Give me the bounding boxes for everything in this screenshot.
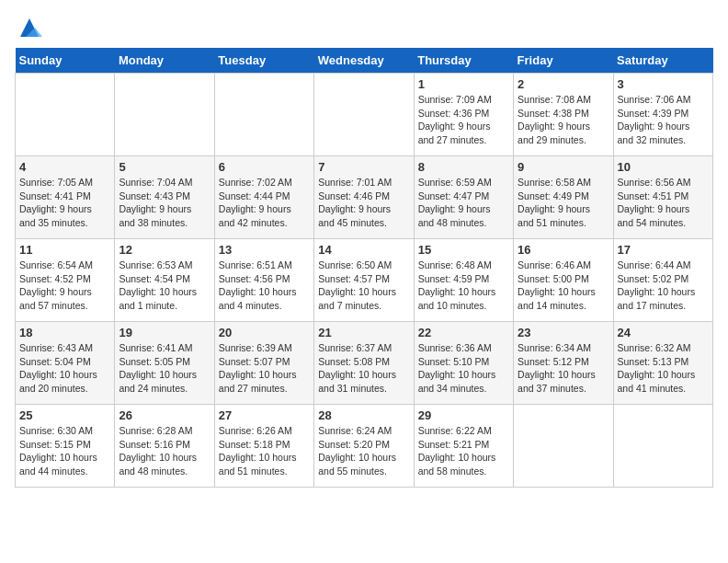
calendar-cell: 25Sunrise: 6:30 AMSunset: 5:15 PMDayligh… [16, 405, 115, 488]
calendar-cell: 19Sunrise: 6:41 AMSunset: 5:05 PMDayligh… [115, 322, 214, 405]
calendar-cell: 23Sunrise: 6:34 AMSunset: 5:12 PMDayligh… [514, 322, 613, 405]
day-number: 13 [219, 243, 310, 257]
day-number: 11 [19, 243, 110, 257]
day-number: 27 [219, 408, 310, 422]
day-number: 9 [518, 160, 609, 174]
day-number: 20 [219, 326, 310, 339]
day-number: 7 [318, 160, 409, 174]
day-info: Sunrise: 6:34 AMSunset: 5:12 PMDaylight:… [518, 341, 609, 396]
day-number: 28 [318, 408, 409, 422]
day-info: Sunrise: 6:43 AMSunset: 5:04 PMDaylight:… [19, 341, 110, 396]
calendar-week-row: 1Sunrise: 7:09 AMSunset: 4:36 PMDaylight… [16, 74, 713, 156]
day-info: Sunrise: 6:53 AMSunset: 4:54 PMDaylight:… [119, 259, 210, 313]
day-info: Sunrise: 6:28 AMSunset: 5:16 PMDaylight:… [119, 424, 210, 478]
calendar-header: SundayMondayTuesdayWednesdayThursdayFrid… [16, 48, 713, 74]
day-info: Sunrise: 7:02 AMSunset: 4:44 PMDaylight:… [219, 176, 310, 230]
day-number: 16 [518, 243, 609, 257]
day-info: Sunrise: 7:08 AMSunset: 4:38 PMDaylight:… [518, 93, 609, 147]
day-number: 18 [19, 326, 110, 339]
day-info: Sunrise: 6:44 AMSunset: 5:02 PMDaylight:… [618, 259, 709, 313]
calendar-cell: 27Sunrise: 6:26 AMSunset: 5:18 PMDayligh… [214, 405, 313, 488]
day-info: Sunrise: 6:56 AMSunset: 4:51 PMDaylight:… [618, 176, 709, 230]
calendar-cell [214, 74, 313, 156]
calendar-cell: 20Sunrise: 6:39 AMSunset: 5:07 PMDayligh… [214, 322, 313, 405]
weekday-header-friday: Friday [514, 48, 613, 74]
day-info: Sunrise: 6:32 AMSunset: 5:13 PMDaylight:… [618, 341, 709, 396]
calendar-cell: 24Sunrise: 6:32 AMSunset: 5:13 PMDayligh… [613, 322, 712, 405]
day-info: Sunrise: 6:26 AMSunset: 5:18 PMDaylight:… [219, 424, 310, 478]
calendar-cell: 21Sunrise: 6:37 AMSunset: 5:08 PMDayligh… [314, 322, 414, 405]
logo [15, 15, 42, 40]
day-info: Sunrise: 6:50 AMSunset: 4:57 PMDaylight:… [318, 259, 409, 313]
calendar-cell: 16Sunrise: 6:46 AMSunset: 5:00 PMDayligh… [514, 239, 613, 322]
day-info: Sunrise: 6:54 AMSunset: 4:52 PMDaylight:… [19, 259, 110, 313]
day-number: 10 [618, 160, 709, 174]
day-number: 24 [618, 326, 709, 339]
day-info: Sunrise: 7:06 AMSunset: 4:39 PMDaylight:… [618, 93, 709, 147]
calendar-cell [16, 74, 115, 156]
weekday-header-sunday: Sunday [16, 48, 115, 74]
day-number: 1 [418, 77, 509, 91]
day-number: 8 [418, 160, 509, 174]
day-info: Sunrise: 6:24 AMSunset: 5:20 PMDaylight:… [318, 424, 409, 478]
calendar-cell: 9Sunrise: 6:58 AMSunset: 4:49 PMDaylight… [514, 156, 613, 239]
day-number: 5 [119, 160, 210, 174]
weekday-header-saturday: Saturday [613, 48, 712, 74]
day-info: Sunrise: 6:58 AMSunset: 4:49 PMDaylight:… [518, 176, 609, 230]
day-number: 4 [19, 160, 110, 174]
day-info: Sunrise: 6:41 AMSunset: 5:05 PMDaylight:… [119, 341, 210, 396]
calendar-body: 1Sunrise: 7:09 AMSunset: 4:36 PMDaylight… [16, 74, 713, 488]
logo-icon [17, 15, 42, 40]
calendar-cell: 7Sunrise: 7:01 AMSunset: 4:46 PMDaylight… [314, 156, 414, 239]
calendar-cell: 13Sunrise: 6:51 AMSunset: 4:56 PMDayligh… [214, 239, 313, 322]
calendar-cell: 5Sunrise: 7:04 AMSunset: 4:43 PMDaylight… [115, 156, 214, 239]
day-info: Sunrise: 6:22 AMSunset: 5:21 PMDaylight:… [418, 424, 509, 478]
calendar-cell: 3Sunrise: 7:06 AMSunset: 4:39 PMDaylight… [613, 74, 712, 156]
day-info: Sunrise: 6:37 AMSunset: 5:08 PMDaylight:… [318, 341, 409, 396]
calendar-cell [613, 405, 712, 488]
day-number: 6 [219, 160, 310, 174]
day-number: 19 [119, 326, 210, 339]
day-info: Sunrise: 7:01 AMSunset: 4:46 PMDaylight:… [318, 176, 409, 230]
day-info: Sunrise: 6:36 AMSunset: 5:10 PMDaylight:… [418, 341, 509, 396]
weekday-header-tuesday: Tuesday [214, 48, 313, 74]
day-number: 22 [418, 326, 509, 339]
calendar-cell: 10Sunrise: 6:56 AMSunset: 4:51 PMDayligh… [613, 156, 712, 239]
page-header [15, 15, 713, 40]
calendar-cell: 4Sunrise: 7:05 AMSunset: 4:41 PMDaylight… [16, 156, 115, 239]
day-info: Sunrise: 7:04 AMSunset: 4:43 PMDaylight:… [119, 176, 210, 230]
calendar-cell: 14Sunrise: 6:50 AMSunset: 4:57 PMDayligh… [314, 239, 414, 322]
weekday-header-row: SundayMondayTuesdayWednesdayThursdayFrid… [16, 48, 713, 74]
day-info: Sunrise: 6:39 AMSunset: 5:07 PMDaylight:… [219, 341, 310, 396]
day-info: Sunrise: 6:59 AMSunset: 4:47 PMDaylight:… [418, 176, 509, 230]
day-number: 29 [418, 408, 509, 422]
day-number: 14 [318, 243, 409, 257]
calendar-cell: 1Sunrise: 7:09 AMSunset: 4:36 PMDaylight… [414, 74, 513, 156]
calendar-cell [514, 405, 613, 488]
calendar-week-row: 18Sunrise: 6:43 AMSunset: 5:04 PMDayligh… [16, 322, 713, 405]
day-number: 17 [618, 243, 709, 257]
day-number: 2 [518, 77, 609, 91]
calendar-cell: 11Sunrise: 6:54 AMSunset: 4:52 PMDayligh… [16, 239, 115, 322]
calendar-cell: 6Sunrise: 7:02 AMSunset: 4:44 PMDaylight… [214, 156, 313, 239]
calendar-cell: 2Sunrise: 7:08 AMSunset: 4:38 PMDaylight… [514, 74, 613, 156]
day-info: Sunrise: 6:46 AMSunset: 5:00 PMDaylight:… [518, 259, 609, 313]
day-number: 25 [19, 408, 110, 422]
day-info: Sunrise: 6:51 AMSunset: 4:56 PMDaylight:… [219, 259, 310, 313]
day-number: 12 [119, 243, 210, 257]
day-info: Sunrise: 7:05 AMSunset: 4:41 PMDaylight:… [19, 176, 110, 230]
calendar-cell [115, 74, 214, 156]
calendar-cell: 15Sunrise: 6:48 AMSunset: 4:59 PMDayligh… [414, 239, 513, 322]
weekday-header-monday: Monday [115, 48, 214, 74]
day-info: Sunrise: 6:30 AMSunset: 5:15 PMDaylight:… [19, 424, 110, 478]
weekday-header-thursday: Thursday [414, 48, 513, 74]
calendar-cell: 22Sunrise: 6:36 AMSunset: 5:10 PMDayligh… [414, 322, 513, 405]
calendar-cell: 8Sunrise: 6:59 AMSunset: 4:47 PMDaylight… [414, 156, 513, 239]
calendar-table: SundayMondayTuesdayWednesdayThursdayFrid… [15, 48, 713, 488]
weekday-header-wednesday: Wednesday [314, 48, 414, 74]
calendar-cell [314, 74, 414, 156]
calendar-week-row: 4Sunrise: 7:05 AMSunset: 4:41 PMDaylight… [16, 156, 713, 239]
day-number: 3 [618, 77, 709, 91]
calendar-week-row: 11Sunrise: 6:54 AMSunset: 4:52 PMDayligh… [16, 239, 713, 322]
day-number: 15 [418, 243, 509, 257]
